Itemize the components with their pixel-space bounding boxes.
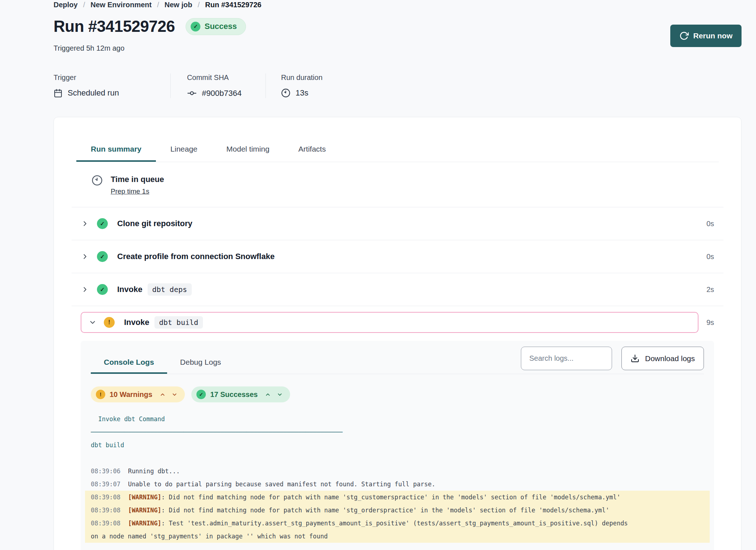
meta-duration: Run duration 13s: [266, 73, 344, 98]
header: Run #341529726 ✓ Success: [54, 17, 246, 35]
log-text: : Did not find matching node for patch w…: [161, 507, 609, 514]
console-header: Console Logs Debug Logs Download logs: [91, 347, 704, 374]
log-text: Running dbt...: [128, 468, 180, 475]
commit-icon: [187, 88, 197, 98]
log-line: Invoke dbt Command: [85, 412, 710, 426]
status-badge: ✓ Success: [186, 18, 246, 35]
breadcrumb-new-job[interactable]: New job: [165, 1, 192, 9]
chevron-right-icon[interactable]: [81, 285, 89, 293]
log-line-separator: ────────────────────────────────────────…: [85, 426, 710, 439]
log-timestamp: 08:39:08: [91, 507, 120, 514]
tab-artifacts[interactable]: Artifacts: [284, 145, 340, 162]
log-line: 08:39:07Unable to do partial parsing bec…: [85, 478, 710, 491]
chevron-down-icon[interactable]: [277, 392, 283, 398]
warnings-badge-label: 10 Warnings: [110, 390, 152, 399]
log-line: dbt build: [85, 439, 710, 452]
breadcrumb-separator: /: [157, 1, 159, 9]
log-timestamp: 08:39:08: [91, 494, 120, 501]
successes-badge[interactable]: ✓ 17 Successes: [191, 386, 290, 402]
meta-trigger: Trigger Scheduled run: [54, 73, 170, 98]
tab-model-timing[interactable]: Model timing: [212, 145, 284, 162]
meta-commit: Commit SHA #900b7364: [170, 73, 266, 98]
download-logs-label: Download logs: [645, 354, 695, 363]
trigger-label: Trigger: [54, 73, 119, 82]
log-line-warning: 08:39:08[WARNING]: Test 'test.admin_matu…: [85, 517, 710, 543]
commit-label: Commit SHA: [187, 73, 242, 82]
log-line: 08:39:06Running dbt...: [85, 465, 710, 478]
step-invoke-dbt-deps[interactable]: ✓ Invoke dbt deps 2s: [72, 273, 723, 306]
steps-list: ✓ Clone git repository 0s ✓ Create profi…: [72, 207, 723, 306]
time-in-queue-title: Time in queue: [111, 175, 164, 184]
breadcrumb: Deploy / New Environment / New job / Run…: [54, 1, 262, 9]
rerun-now-button[interactable]: Rerun now: [670, 25, 742, 47]
step-duration: 0s: [706, 253, 714, 261]
console-panel: Console Logs Debug Logs Download logs: [81, 341, 714, 550]
status-badge-label: Success: [204, 22, 237, 31]
log-timestamp: 08:39:06: [91, 468, 120, 475]
step-clone-git-repository[interactable]: ✓ Clone git repository 0s: [72, 207, 723, 240]
log-text: : Test 'test.admin_maturity.assert_stg_p…: [91, 520, 628, 540]
trigger-value: Scheduled run: [68, 88, 119, 98]
step-duration: 9s: [706, 318, 714, 327]
duration-value: 13s: [296, 88, 308, 98]
chevron-up-icon[interactable]: [265, 392, 271, 398]
step-name: Invoke: [117, 285, 143, 294]
download-icon: [630, 354, 640, 363]
prep-time-link[interactable]: Prep time 1s: [111, 187, 164, 195]
page-title: Run #341529726: [54, 17, 175, 35]
tab-lineage[interactable]: Lineage: [156, 145, 212, 162]
log-text: : Did not find matching node for patch w…: [161, 494, 620, 501]
step-invoke-dbt-build-row: ! Invoke dbt build 9s: [72, 312, 723, 333]
run-meta: Trigger Scheduled run Commit SHA: [54, 73, 344, 98]
chevron-down-icon[interactable]: [89, 318, 97, 326]
duration-label: Run duration: [281, 73, 323, 82]
breadcrumb-new-environment[interactable]: New Environment: [90, 1, 152, 9]
time-in-queue-section: Time in queue Prep time 1s: [72, 162, 723, 207]
chevron-up-icon[interactable]: [160, 392, 166, 398]
step-create-profile[interactable]: ✓ Create profile from connection Snowfla…: [72, 240, 723, 273]
tab-debug-logs[interactable]: Debug Logs: [167, 352, 234, 374]
step-duration: 0s: [706, 220, 714, 228]
log-timestamp: 08:39:07: [91, 481, 120, 488]
warning-icon: !: [104, 317, 115, 328]
chevron-right-icon[interactable]: [81, 253, 89, 261]
main-tabs: Run summary Lineage Model timing Artifac…: [76, 145, 719, 162]
breadcrumb-deploy[interactable]: Deploy: [54, 1, 78, 9]
success-check-icon: ✓: [97, 284, 108, 295]
breadcrumb-current-run: Run #341529726: [205, 1, 262, 9]
clock-icon: [281, 88, 290, 98]
warning-tag: [WARNING]: [128, 520, 161, 527]
chevron-right-icon[interactable]: [81, 220, 89, 228]
log-timestamp: 08:39:08: [91, 520, 120, 527]
step-duration: 2s: [706, 285, 714, 294]
tab-console-logs[interactable]: Console Logs: [91, 352, 167, 374]
log-line-blank: [85, 452, 710, 465]
clock-icon: [92, 175, 103, 195]
step-command-chip: dbt deps: [148, 283, 192, 296]
step-name: Clone git repository: [117, 219, 192, 228]
triggered-timestamp: Triggered 5h 12m ago: [54, 44, 124, 52]
warning-icon: !: [96, 390, 105, 399]
run-summary-card: Run summary Lineage Model timing Artifac…: [54, 117, 742, 550]
step-command-chip: dbt build: [154, 316, 203, 329]
rerun-button-label: Rerun now: [693, 31, 733, 40]
warning-tag: [WARNING]: [128, 507, 161, 514]
rerun-icon: [679, 31, 689, 41]
download-logs-button[interactable]: Download logs: [621, 347, 704, 370]
warnings-badge[interactable]: ! 10 Warnings: [91, 386, 185, 402]
commit-value[interactable]: #900b7364: [202, 89, 242, 98]
warning-tag: [WARNING]: [128, 494, 161, 501]
tab-run-summary[interactable]: Run summary: [76, 145, 156, 162]
log-text: Unable to do partial parsing because sav…: [128, 481, 436, 488]
step-invoke-dbt-build[interactable]: ! Invoke dbt build: [81, 312, 698, 333]
search-logs-input[interactable]: [521, 347, 612, 370]
console-log-output[interactable]: Invoke dbt Command ─────────────────────…: [85, 412, 710, 543]
chevron-down-icon[interactable]: [171, 392, 178, 398]
success-check-icon: ✓: [191, 22, 200, 31]
breadcrumb-separator: /: [83, 1, 85, 9]
log-line-warning: 08:39:08[WARNING]: Did not find matching…: [85, 504, 710, 517]
successes-badge-label: 17 Successes: [210, 390, 258, 399]
log-filter-badges: ! 10 Warnings ✓ 17 Successes: [91, 386, 704, 402]
breadcrumb-separator: /: [198, 1, 200, 9]
log-line-warning: 08:39:08[WARNING]: Did not find matching…: [85, 491, 710, 504]
